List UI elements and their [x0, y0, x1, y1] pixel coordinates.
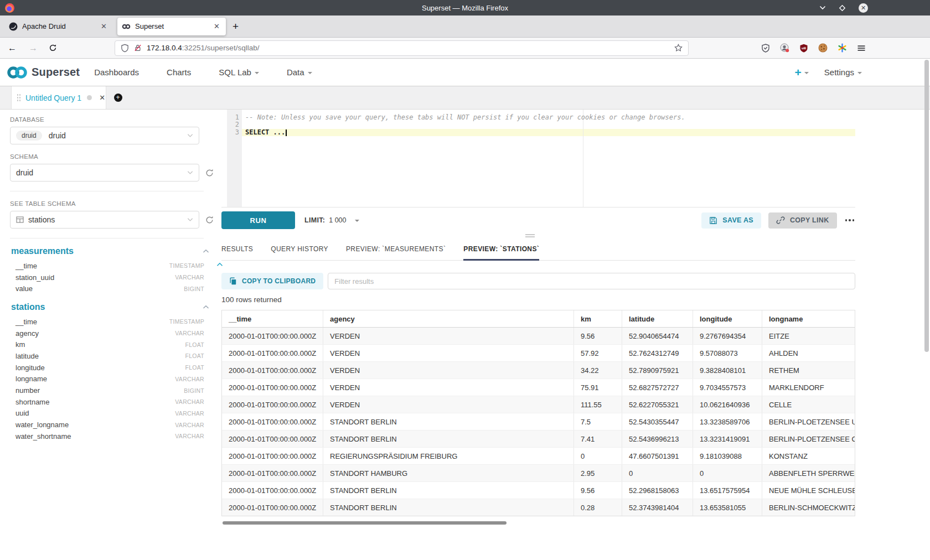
browser-urlbar: ← → 172.18.0.4:32251/superset/sqllab/ uB [0, 38, 930, 59]
cell-km: 34.22 [574, 362, 622, 378]
cookie-extension-icon[interactable] [818, 43, 828, 53]
cell-time: 2000-01-01T00:00:00.000Z [222, 482, 323, 499]
chevron-up-icon[interactable] [203, 249, 209, 253]
chevron-down-icon [187, 217, 193, 222]
horizontal-scrollbar-thumb[interactable] [223, 521, 507, 525]
url-input[interactable]: 172.18.0.4:32251/superset/sqllab/ [115, 40, 689, 56]
filter-results-input[interactable] [328, 273, 855, 289]
cell-time: 2000-01-01T00:00:00.000Z [222, 396, 323, 413]
column-type: BIGINT [184, 387, 204, 394]
cell-km: 7.5 [574, 413, 622, 430]
text-cursor [286, 129, 287, 136]
run-button[interactable]: RUN [221, 211, 295, 229]
settings-menu[interactable]: Settings [824, 68, 862, 77]
refresh-schema-icon[interactable] [205, 168, 214, 178]
navbar-item-charts[interactable]: Charts [167, 68, 191, 77]
cell-time: 2000-01-01T00:00:00.000Z [222, 362, 323, 378]
table-header-cell[interactable]: km [574, 310, 622, 327]
results-table-header: __timeagencykmlatitudelongitudelongname [222, 310, 855, 328]
table-header-cell[interactable]: __time [222, 310, 323, 327]
forward-button[interactable]: → [29, 43, 38, 53]
bookmark-star-icon[interactable] [674, 44, 683, 52]
back-button[interactable]: ← [8, 43, 17, 53]
cell-longname: CELLE [762, 396, 855, 413]
limit-dropdown[interactable]: LIMIT: 1 000 [304, 216, 359, 224]
copy-link-button[interactable]: COPY LINK [768, 212, 837, 229]
table-header-cell[interactable]: agency [323, 310, 574, 327]
new-query-tab-button[interactable]: + [106, 86, 130, 109]
column-name: uuid [16, 409, 29, 417]
table-header-cell[interactable]: longitude [693, 310, 762, 327]
column-name: station_uuid [16, 273, 54, 282]
cell-latitude: 52.6827572727 [622, 379, 693, 396]
table-section-stations[interactable]: stations [11, 302, 209, 312]
table-row: 2000-01-01T00:00:00.000Z VERDEN 34.22 52… [222, 362, 855, 379]
cell-latitude: 0 [622, 465, 693, 481]
cell-agency: STANDORT HAMBURG [323, 465, 574, 481]
navbar-item-sql-lab[interactable]: SQL Lab [219, 68, 259, 77]
new-tab-button[interactable]: + [232, 20, 239, 33]
cell-time: 2000-01-01T00:00:00.000Z [222, 328, 323, 344]
shield-icon[interactable] [121, 44, 129, 53]
copy-to-clipboard-button[interactable]: COPY TO CLIPBOARD [221, 273, 323, 289]
cell-longname: NEUE MÜHLE SCHLEUSE OP [762, 482, 855, 499]
sql-editor[interactable]: 1 2 3 -- Note: Unless you save your quer… [221, 110, 855, 208]
schema-column-row: number BIGINT [16, 385, 204, 396]
query-tab-untitled-query-1[interactable]: Untitled Query 1 ✕ [11, 86, 106, 109]
tab-close-icon[interactable]: ✕ [212, 22, 221, 30]
more-options-button[interactable] [844, 217, 856, 224]
cell-km: 75.91 [574, 379, 622, 396]
table-schema-select[interactable]: stations [10, 211, 199, 229]
cell-agency: VERDEN [323, 396, 574, 413]
collapse-pane-chevron-up-icon[interactable] [216, 262, 223, 267]
column-type: VARCHAR [175, 422, 204, 428]
chevron-down-icon [187, 133, 193, 138]
browser-tab-apache-druid[interactable]: Apache Druid ✕ [4, 18, 113, 35]
navbar-item-dashboards[interactable]: Dashboards [94, 68, 139, 77]
superset-logo[interactable]: Superset [6, 65, 80, 80]
results-tab[interactable]: QUERY HISTORY [271, 245, 328, 260]
shield-check-extension-icon[interactable] [761, 44, 770, 53]
cell-agency: STANDORT BERLIN [323, 413, 574, 430]
window-close-icon[interactable]: ✕ [859, 3, 868, 13]
drag-handle-icon[interactable] [17, 94, 20, 102]
hamburger-menu-icon[interactable] [857, 44, 866, 53]
table-header-cell[interactable]: latitude [622, 310, 693, 327]
horizontal-scrollbar[interactable] [221, 521, 855, 525]
navbar-item-data[interactable]: Data [287, 68, 312, 77]
schema-column-row: station_uuid VARCHAR [16, 272, 204, 283]
save-as-button[interactable]: SAVE AS [701, 212, 761, 229]
query-tab-close-icon[interactable]: ✕ [99, 94, 105, 102]
schema-column-row: uuid VARCHAR [16, 408, 204, 419]
column-name: longitude [16, 364, 45, 372]
results-tab[interactable]: RESULTS [221, 245, 253, 260]
vertical-scrollbar-thumb[interactable] [924, 60, 929, 352]
browser-tab-superset[interactable]: Superset ✕ [117, 18, 226, 35]
tab-close-icon[interactable]: ✕ [99, 22, 108, 30]
cell-longname: BERLIN-PLOETZENSEE UP [762, 413, 855, 430]
add-new-button[interactable]: + [795, 66, 809, 79]
ublock-extension-icon[interactable]: uB [799, 44, 808, 53]
results-tab[interactable]: PREVIEW: `STATIONS` [463, 245, 539, 260]
cell-latitude: 52.9040654474 [622, 328, 693, 344]
cell-agency: REGIERUNGSPRÄSIDIUM FREIBURG [323, 448, 574, 464]
chevron-up-icon[interactable] [203, 305, 209, 309]
column-type: TIMESTAMP [169, 262, 204, 269]
reload-button[interactable] [49, 44, 57, 52]
table-row: 2000-01-01T00:00:00.000Z VERDEN 75.91 52… [222, 379, 855, 396]
mask-extension-icon[interactable] [780, 43, 789, 53]
color-asterisk-extension-icon[interactable] [838, 43, 847, 53]
results-tab[interactable]: PREVIEW: `MEASUREMENTS` [346, 245, 446, 260]
window-minimize-icon[interactable] [819, 6, 826, 10]
window-maximize-icon[interactable] [839, 4, 846, 12]
cell-agency: STANDORT BERLIN [323, 499, 574, 516]
pane-resize-handle[interactable] [525, 234, 535, 238]
lock-slash-icon[interactable] [134, 44, 142, 52]
schema-select[interactable]: druid [10, 164, 199, 182]
cell-agency: VERDEN [323, 379, 574, 396]
table-header-cell[interactable]: longname [762, 310, 855, 327]
refresh-table-schema-icon[interactable] [205, 215, 214, 225]
database-select[interactable]: druid druid [10, 127, 199, 144]
table-section-measurements[interactable]: measurements [11, 246, 209, 256]
column-name: longname [16, 375, 47, 383]
